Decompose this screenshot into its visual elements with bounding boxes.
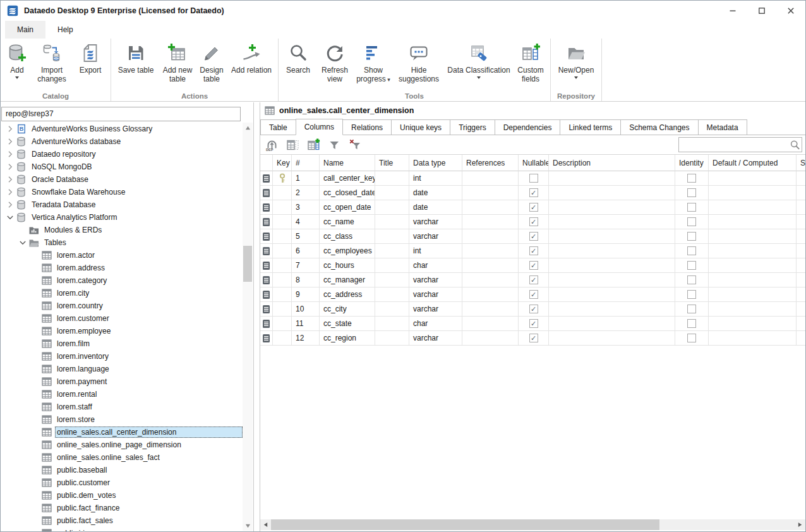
hide-suggestions-button[interactable]: Hide suggestions — [393, 40, 445, 83]
grid-row-cc_hours[interactable]: 7cc_hourschar✓ — [260, 258, 805, 273]
tree-item-lorem-customer[interactable]: lorem.customer — [1, 312, 243, 325]
grid-header-references[interactable]: References — [462, 155, 519, 171]
identity-checkbox[interactable] — [687, 188, 696, 197]
grid-header-nullable[interactable]: Nullable — [519, 155, 549, 171]
horizontal-scrollbar-thumb[interactable] — [271, 519, 659, 530]
refresh-view-button[interactable]: Refresh view — [316, 40, 354, 83]
add-relation-button[interactable]: Add relation — [227, 40, 276, 75]
grid-header-key[interactable]: Key — [273, 155, 292, 171]
identity-checkbox[interactable] — [687, 232, 696, 241]
scroll-right-button[interactable] — [795, 519, 805, 530]
tree-item-online-sales-online-sales-fact[interactable]: online_sales.online_sales_fact — [1, 451, 243, 464]
identity-checkbox[interactable] — [687, 319, 696, 328]
tab-relations[interactable]: Relations — [342, 119, 392, 135]
tree-item-public-baseball[interactable]: public.baseball — [1, 464, 243, 476]
tree-item-adventureworks-business-glossary[interactable]: BAdventureWorks Business Glossary — [1, 123, 243, 135]
identity-checkbox[interactable] — [687, 246, 696, 255]
tree-item-lorem-address[interactable]: lorem.address — [1, 262, 243, 274]
grid-row-cc_address[interactable]: 9cc_addressvarchar✓ — [260, 287, 805, 302]
nullable-checkbox[interactable]: ✓ — [529, 275, 538, 284]
grid-row-call_center_key[interactable]: 1call_center_keyint — [260, 171, 805, 186]
nullable-checkbox[interactable]: ✓ — [529, 246, 538, 255]
tree-item-lorem-inventory[interactable]: lorem.inventory — [1, 350, 243, 363]
tree-item-online-sales-call-center-dimension[interactable]: online_sales.call_center_dimension — [1, 426, 243, 438]
nullable-checkbox[interactable]: ✓ — [529, 319, 538, 328]
nullable-checkbox[interactable]: ✓ — [529, 232, 538, 241]
maximize-button[interactable] — [747, 1, 776, 21]
close-button[interactable] — [776, 1, 805, 21]
identity-checkbox[interactable] — [687, 174, 696, 183]
nullable-checkbox[interactable]: ✓ — [529, 188, 538, 197]
clear-filter-button[interactable] — [349, 138, 362, 152]
tree-item-nosql-mongodb[interactable]: NoSQL MongoDB — [1, 160, 243, 173]
chevron-right-icon[interactable] — [6, 150, 15, 159]
tree-item-dataedo-repository[interactable]: Dataedo repository — [1, 148, 243, 160]
tree-item-public-customer[interactable]: public.customer — [1, 476, 243, 489]
import-changes-button[interactable]: Import changes — [32, 40, 72, 83]
grid-header-identity[interactable]: Identity — [675, 155, 709, 171]
menu-tab-help[interactable]: Help — [45, 21, 85, 39]
identity-checkbox[interactable] — [687, 275, 696, 284]
tab-triggers[interactable]: Triggers — [450, 119, 495, 135]
identity-checkbox[interactable] — [687, 203, 696, 212]
dep-button[interactable]: DEP — [265, 138, 279, 152]
identity-checkbox[interactable] — [687, 334, 696, 342]
tree-item-lorem-city[interactable]: lorem.city — [1, 287, 243, 299]
identity-checkbox[interactable] — [687, 217, 696, 226]
scroll-up-button[interactable] — [243, 123, 253, 133]
sidebar-scrollbar-thumb[interactable] — [243, 246, 252, 282]
grid-header-icon[interactable] — [260, 155, 273, 171]
tree-item-vertica-analytics-platform[interactable]: Vertica Analytics Platform — [1, 211, 243, 224]
horizontal-scrollbar[interactable] — [260, 519, 805, 530]
chevron-right-icon[interactable] — [6, 188, 15, 196]
sidebar-scrollbar[interactable] — [243, 123, 253, 531]
nullable-checkbox[interactable]: ✓ — [529, 217, 538, 226]
tree-item-oracle-database[interactable]: Oracle Database — [1, 173, 243, 186]
export-button[interactable]: Export — [72, 40, 109, 75]
custom-fields-button[interactable]: Custom fields — [513, 40, 548, 83]
tree-item-modules-erds[interactable]: Modules & ERDs — [1, 224, 243, 236]
grid-row-cc_name[interactable]: 4cc_namevarchar✓ — [260, 215, 805, 229]
add-new-table-button[interactable]: Add new table — [159, 40, 196, 83]
chevron-right-icon[interactable] — [6, 175, 15, 184]
search-button[interactable]: Search — [280, 40, 316, 75]
tree-item-public-fact-sales[interactable]: public.fact_sales — [1, 514, 243, 527]
tree-item-lorem-staff[interactable]: lorem.staff — [1, 401, 243, 413]
tree-item-public-fact-finance[interactable]: public.fact_finance — [1, 502, 243, 514]
tab-schema-changes[interactable]: Schema Changes — [620, 119, 698, 135]
tab-unique-keys[interactable]: Unique keys — [391, 119, 450, 135]
data-classification-button[interactable]: Data Classification — [445, 40, 513, 81]
tree-item-online-sales-online-page-dimension[interactable]: online_sales.online_page_dimension — [1, 438, 243, 451]
tree-item-adventureworks-database[interactable]: AdventureWorks database — [1, 135, 243, 148]
show-progress-button[interactable]: Show progress — [354, 40, 393, 84]
grid-header-data_type[interactable]: Data type — [409, 155, 462, 171]
grid-row-cc_region[interactable]: 12cc_regionvarchar✓ — [260, 331, 805, 346]
grid-search-input[interactable] — [679, 138, 788, 152]
minimize-button[interactable] — [718, 1, 747, 21]
chevron-down-icon[interactable] — [6, 213, 15, 222]
nullable-checkbox[interactable]: ✓ — [529, 334, 538, 342]
grid-row-cc_state[interactable]: 11cc_statechar✓ — [260, 317, 805, 331]
save-table-button[interactable]: Save table — [113, 40, 159, 75]
grid-row-cc_open_date[interactable]: 3cc_open_datedate✓ — [260, 200, 805, 215]
new-open-button[interactable]: New/Open — [553, 40, 599, 81]
tree-item-lorem-category[interactable]: lorem.category — [1, 274, 243, 287]
chevron-down-icon[interactable] — [18, 238, 27, 247]
nullable-checkbox[interactable]: ✓ — [529, 290, 538, 299]
add-button[interactable]: Add — [3, 40, 32, 81]
grid-row-cc_city[interactable]: 10cc_cityvarchar✓ — [260, 302, 805, 317]
tree-item-snowflake-data-warehouse[interactable]: Snowflake Data Warehouse — [1, 186, 243, 198]
tree-item-lorem-employee[interactable]: lorem.employee — [1, 325, 243, 337]
nullable-checkbox[interactable] — [529, 174, 538, 183]
tree-item-lorem-language[interactable]: lorem.language — [1, 363, 243, 375]
nullable-checkbox[interactable]: ✓ — [529, 305, 538, 313]
nullable-checkbox[interactable]: ✓ — [529, 261, 538, 270]
design-table-button[interactable]: Design table — [196, 40, 227, 83]
tree-item-public-iris[interactable]: public.iris — [1, 527, 243, 531]
grid-header-default_computed[interactable]: Default / Computed — [709, 155, 797, 171]
tree-item-teradata-database[interactable]: Teradata Database — [1, 198, 243, 211]
tab-columns[interactable]: Columns — [296, 119, 343, 135]
add-column-button[interactable] — [307, 138, 320, 152]
tree-item-lorem-payment[interactable]: lorem.payment — [1, 375, 243, 388]
filter-button[interactable] — [328, 138, 341, 152]
